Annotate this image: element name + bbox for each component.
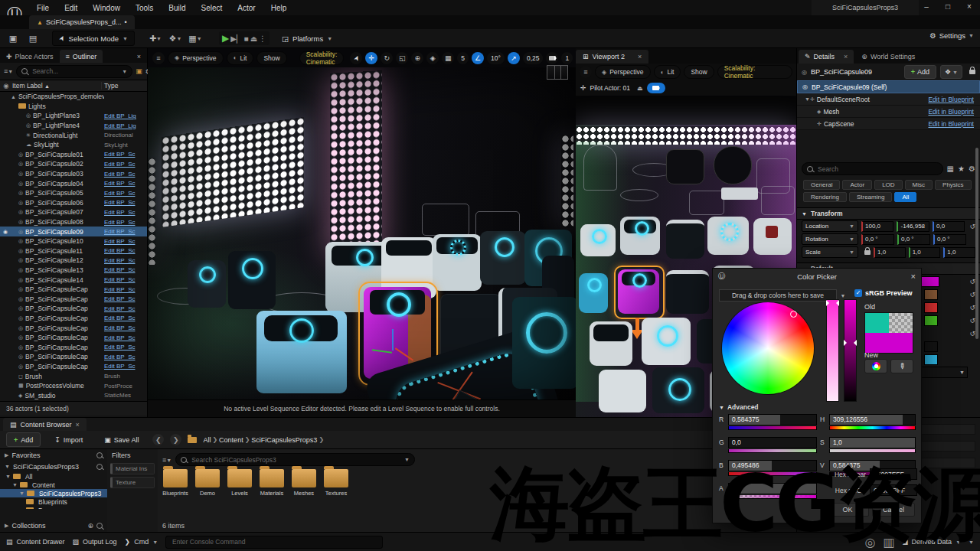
actor-type[interactable]: Edit BP_Sc [104, 219, 147, 226]
details-settings-icon[interactable]: ⚙ [969, 165, 975, 173]
outliner-row[interactable]: ◎BP_SciFiCapsule10Edit BP_Sc [0, 236, 147, 246]
lock-icon[interactable] [864, 250, 871, 255]
content-browser-close-icon[interactable]: × [76, 421, 80, 429]
axis-dropdown[interactable]: Location▼ [802, 220, 858, 232]
scale-z-field[interactable]: 1,0 [943, 247, 975, 258]
chevron-down-icon[interactable]: ▼ [19, 491, 24, 496]
tab-outliner[interactable]: ≡Outliner [60, 50, 103, 63]
outliner-row[interactable]: ◎BP_SciFiCapsuleCapEdit BP_Sc [0, 362, 147, 372]
viewport-menu-icon[interactable]: ≡ [580, 66, 592, 78]
breadcrumb-item[interactable]: SciFiCapsulesProps3 [251, 436, 317, 444]
chevron-down-icon[interactable]: ▼ [12, 482, 18, 487]
type-column[interactable]: Type [101, 82, 147, 90]
actor-type[interactable]: Edit BP_Sc [104, 190, 147, 197]
hex-linear-field[interactable]: 95007EFF [870, 468, 917, 480]
color-wheel-mode-button[interactable] [864, 359, 887, 373]
minimize-button[interactable]: – [916, 0, 937, 15]
chevron-down-icon[interactable]: ▼ [5, 474, 11, 479]
content-drawer-button[interactable]: ▤Content Drawer [6, 538, 65, 546]
status-icon[interactable]: ◎ [865, 535, 876, 549]
breadcrumb-item[interactable]: Content [219, 436, 243, 444]
actor-type[interactable]: Edit BP_Sc [104, 228, 147, 235]
location-z-field[interactable]: 0,0 [933, 221, 965, 232]
filter-chip-actor[interactable]: Actor [842, 180, 872, 190]
filter-chip-lod[interactable]: LOD [874, 180, 902, 190]
play-options-icon[interactable]: ⋮ [259, 34, 266, 43]
forward-icon[interactable]: ❯ [170, 434, 181, 445]
outliner-row[interactable]: ▲SciFiCapsulesProps_demolevel01 [0, 92, 147, 102]
add-actor-dropdown[interactable]: ✚▼ [149, 31, 162, 45]
menu-file[interactable]: File [31, 2, 55, 14]
perspective-dropdown[interactable]: ◈Perspective [168, 51, 224, 65]
actor-type[interactable]: Edit BP_Sc [104, 334, 147, 341]
content-tree-item[interactable]: ▼Content [0, 481, 107, 489]
content-tree-item[interactable]: Demo [0, 506, 107, 509]
menu-actor[interactable]: Actor [231, 2, 261, 14]
search-icon[interactable] [96, 523, 103, 529]
scalability-badge[interactable]: Scalability: Cinematic [299, 51, 345, 65]
add-component-button[interactable]: +Add [904, 65, 936, 79]
viewport1-scene[interactable] [148, 67, 576, 400]
outliner-row[interactable]: ✳DirectionalLightDirectional [0, 130, 147, 140]
settings-dropdown[interactable]: ⚙ Settings ▼ [929, 31, 974, 40]
color-wheel-marker[interactable] [790, 311, 797, 318]
reset-icon[interactable]: ↺ [969, 304, 975, 311]
outliner-row[interactable]: ◎BP_SciFiCapsule04Edit BP_Sc [0, 178, 147, 188]
viewport-1[interactable]: ≡ ◈Perspective ◐Lit Show Scalability: Ci… [148, 48, 576, 417]
outliner-row[interactable]: ◎BP_LightPlane4Edit BP_Lig [0, 121, 147, 131]
slider-value-box[interactable]: 1,0 [728, 483, 817, 494]
breadcrumb-item[interactable]: All [203, 436, 211, 444]
outliner-row[interactable]: ◎BP_SciFiCapsule07Edit BP_Sc [0, 207, 147, 217]
frame-skip-button[interactable]: ▶▏ [230, 34, 242, 43]
actor-type[interactable]: Edit BP_Sc [104, 276, 147, 283]
outliner-row[interactable]: ◎BP_SciFiCapsuleCapEdit BP_Sc [0, 294, 147, 304]
output-log-button[interactable]: ▨Output Log [73, 538, 117, 546]
actor-type[interactable]: Edit BP_Sc [104, 354, 147, 360]
tab-place-actors[interactable]: ✚Place Actors [0, 50, 60, 63]
outliner-row[interactable]: ◎BP_SciFiCapsule02Edit BP_Sc [0, 159, 147, 169]
filter-chip-material-ins[interactable]: Material Ins [110, 463, 155, 474]
rotation-snap-value[interactable]: 10° [487, 52, 505, 64]
search-icon[interactable] [96, 452, 103, 458]
slider-value-box[interactable]: 0,584375 [728, 414, 817, 425]
actor-type[interactable]: Edit BP_Sc [104, 286, 147, 293]
menu-help[interactable]: Help [265, 2, 293, 14]
show-dropdown[interactable]: Show [256, 51, 286, 65]
component-tree-row[interactable]: ▼✛DefaultSceneRootEdit in Blueprint [797, 93, 980, 106]
outliner-row[interactable]: ◎BP_SciFiCapsuleCapEdit BP_Sc [0, 314, 147, 324]
outliner-row[interactable]: ◎BP_SciFiCapsuleCapEdit BP_Sc [0, 323, 147, 333]
chevron-down-icon[interactable]: ▼ [805, 96, 810, 102]
selection-mode-dropdown[interactable]: ➤ Selection Mode ▼ [52, 31, 135, 46]
lit-dropdown[interactable]: ◐Lit [227, 51, 254, 65]
new-folder-icon[interactable]: ▣ [136, 67, 142, 75]
outliner-row[interactable]: ◎BP_SciFiCapsule12Edit BP_Sc [0, 256, 147, 266]
rotation-y-field[interactable]: 0,0 ° [897, 234, 930, 245]
viewport2-close-icon[interactable]: × [638, 53, 642, 60]
details-search-input[interactable] [816, 165, 938, 174]
scalability-badge[interactable]: Scalability: Cinematic [717, 65, 792, 79]
details-close-icon[interactable]: × [844, 53, 848, 60]
srgb-checkbox[interactable]: ✓ [854, 289, 862, 297]
actor-type[interactable]: Edit BP_Sc [104, 180, 147, 187]
content-search-input[interactable] [190, 455, 401, 465]
outliner-row[interactable]: ▦PostProcessVolumePostProce [0, 381, 147, 391]
content-tree-item[interactable]: ▼All [0, 472, 107, 481]
g-slider[interactable]: G0,0 [719, 437, 817, 453]
color-drop-zone[interactable]: Drag & drop colors here to save [719, 289, 837, 302]
actor-type[interactable]: Edit BP_Sc [104, 315, 147, 321]
details-scrollbar[interactable] [975, 148, 978, 339]
display-filter-icon[interactable]: ▦ [947, 165, 954, 173]
show-dropdown[interactable]: Show [684, 65, 714, 79]
scale-y-field[interactable]: 1,0 [909, 247, 941, 258]
color-wheel[interactable] [722, 302, 814, 394]
dialog-close-icon[interactable]: × [911, 272, 916, 281]
actor-type[interactable]: Edit BP_Sc [104, 209, 147, 216]
r-slider[interactable]: R0,584375 [719, 414, 817, 430]
outliner-search-input[interactable] [31, 67, 119, 76]
reset-icon[interactable]: ↺ [969, 223, 975, 230]
blueprints-dropdown[interactable]: ❖▼ [168, 31, 182, 45]
camera-speed-value[interactable]: 1 [561, 52, 573, 64]
saturation-bar[interactable] [826, 299, 839, 402]
ok-button[interactable]: OK [826, 503, 869, 517]
actor-type[interactable]: Edit BP_Sc [104, 199, 147, 206]
